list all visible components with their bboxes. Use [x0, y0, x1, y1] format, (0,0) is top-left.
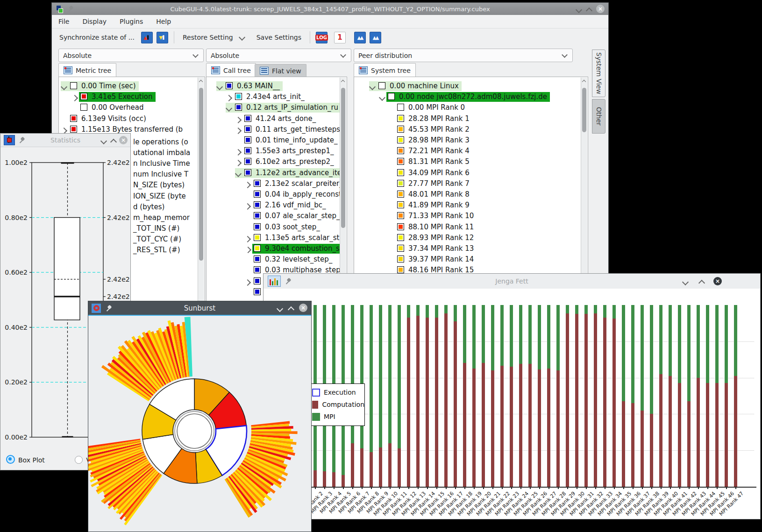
- system-value-mode-combo[interactable]: Peer distribution: [354, 49, 573, 62]
- sunburst-title-bar[interactable]: Sunburst ×: [88, 301, 311, 316]
- maximize-button[interactable]: [288, 306, 294, 313]
- scroll-up-icon[interactable]: [199, 80, 203, 84]
- tree-row-content[interactable]: 41.89 MPI Rank 9: [388, 200, 472, 210]
- expander-closed-icon[interactable]: [244, 203, 251, 210]
- statistics-title-bar[interactable]: Statistics ×: [0, 134, 130, 147]
- menu-display[interactable]: Display: [76, 18, 113, 25]
- jenga-title-bar[interactable]: Jenga Fett ×: [263, 274, 760, 289]
- minimize-button[interactable]: [682, 279, 689, 285]
- expander-closed-icon[interactable]: [244, 236, 251, 242]
- tree-row-fragment[interactable]: _TOT_CYC (#): [133, 235, 181, 246]
- expander-open-icon[interactable]: [61, 84, 67, 90]
- scrollbar-thumb[interactable]: [199, 88, 203, 261]
- tree-row[interactable]: 28.98 MPI Rank 3: [354, 135, 588, 146]
- tree-row-content[interactable]: 2.16 vdf_mid_bc_: [244, 200, 328, 210]
- tree-row-content[interactable]: 3.41e5 Execution: [79, 92, 156, 102]
- tree-row[interactable]: 2.13e2 scalar_preiter_: [207, 179, 347, 190]
- synchronize-button[interactable]: Synchronize state of ...: [55, 34, 139, 41]
- bookmark-one-icon[interactable]: 1: [334, 32, 346, 43]
- tree-row-content[interactable]: 0.11 arts_get_timesteps: [235, 125, 343, 135]
- close-button[interactable]: ×: [299, 304, 307, 312]
- tree-row[interactable]: 0.63 MAIN__: [207, 81, 347, 92]
- tree-row-content[interactable]: 0.12 arts_IP_simulation_ru: [226, 103, 341, 113]
- tree-row-content[interactable]: 0.03 soot_step_: [244, 222, 323, 232]
- tree-row-fragment[interactable]: utational imbala: [133, 149, 190, 159]
- scrollbar-thumb[interactable]: [341, 88, 345, 228]
- tab-other[interactable]: Other: [592, 99, 605, 134]
- tree-row-content[interactable]: 45.53 MPI Rank 2: [388, 125, 472, 135]
- tree-row-content[interactable]: 88.10 MPI Rank 11: [388, 222, 477, 232]
- tree-row-content[interactable]: 37.34 MPI Rank 13: [388, 244, 477, 254]
- expand-subtree-icon[interactable]: ▲▲: [354, 32, 366, 43]
- tree-row-fragment[interactable]: N_SIZE (bytes): [133, 181, 185, 192]
- tree-row[interactable]: 0.03 soot_step_: [207, 222, 347, 233]
- main-title-bar[interactable]: CubeGUI-4.5.0latest-trunk: scorep_JUWELS…: [52, 3, 608, 15]
- restore-setting-button[interactable]: Restore Setting: [178, 34, 238, 41]
- tree-row[interactable]: 28.28 MPI Rank 1: [354, 114, 588, 125]
- tree-row-content[interactable]: 71.33 MPI Rank 10: [388, 211, 477, 221]
- tree-row-content[interactable]: 0.00 MPI Rank 0: [388, 103, 468, 113]
- expand-all-icon[interactable]: ▲▲: [370, 32, 381, 43]
- tree-row[interactable]: 0.00 node jwc08n272.adm08.juwels.fzj.de: [354, 92, 588, 103]
- minimize-button[interactable]: [100, 138, 107, 144]
- tree-row-content[interactable]: 81.31 MPI Rank 5: [388, 157, 472, 167]
- tree-row[interactable]: 0.00 machine Linux: [354, 81, 588, 92]
- tree-row[interactable]: 27.77 MPI Rank 7: [354, 179, 588, 190]
- expander-open-icon[interactable]: [369, 84, 376, 90]
- restore-setting-dropdown-icon[interactable]: [239, 34, 245, 41]
- tree-row[interactable]: 6.13e9 Visits (occ): [59, 114, 205, 125]
- tree-row-content[interactable]: 6.10e2 arts_prestep2_: [235, 157, 337, 167]
- tab-metric-tree[interactable]: Metric tree: [58, 63, 116, 77]
- sync-receive-icon[interactable]: ▼▌: [157, 32, 168, 43]
- pin-icon[interactable]: [106, 305, 112, 312]
- menu-file[interactable]: File: [52, 18, 76, 25]
- box-plot-radio[interactable]: [6, 455, 15, 464]
- tree-row[interactable]: 6.10e2 arts_prestep2_: [207, 157, 347, 168]
- pin-icon[interactable]: [19, 137, 25, 143]
- tree-row-content[interactable]: 6.13e9 Visits (occ): [61, 114, 149, 124]
- tree-row-content[interactable]: 9.30e4 combustion_st: [252, 244, 345, 254]
- tree-row-content[interactable]: 0.00 node jwc08n272.adm08.juwels.fzj.de: [386, 92, 550, 102]
- tree-row[interactable]: 45.53 MPI Rank 2: [354, 125, 588, 135]
- scrollbar-thumb[interactable]: [582, 88, 586, 132]
- close-button[interactable]: ×: [596, 5, 605, 13]
- minimize-button[interactable]: [576, 7, 582, 13]
- expander-open-icon[interactable]: [226, 105, 232, 112]
- tree-row-content[interactable]: 39.37 MPI Rank 14: [388, 255, 477, 264]
- close-button[interactable]: ×: [713, 277, 722, 285]
- tree-row[interactable]: 1.55e3 arts_prestep1_: [207, 146, 347, 157]
- sync-send-icon[interactable]: ▲▌: [141, 32, 153, 43]
- tree-row-fragment[interactable]: _RES_STL (#): [133, 246, 180, 256]
- tree-row[interactable]: 1.13e5 arts_scalar_ste: [207, 233, 347, 244]
- expander-closed-icon[interactable]: [235, 128, 242, 134]
- close-button[interactable]: ×: [119, 136, 128, 144]
- expander-closed-icon[interactable]: [244, 279, 251, 286]
- expander-closed-icon[interactable]: [245, 247, 251, 253]
- expander-open-icon[interactable]: [216, 84, 223, 90]
- scroll-up-icon[interactable]: [582, 80, 586, 84]
- tree-row[interactable]: 2.16 vdf_mid_bc_: [207, 200, 347, 211]
- tree-row[interactable]: 81.31 MPI Rank 5: [354, 157, 588, 168]
- expander-closed-icon[interactable]: [235, 160, 242, 166]
- tree-row[interactable]: 0.01 time_info_update_: [207, 135, 347, 146]
- tree-row-content[interactable]: 0.00 Overhead: [71, 103, 146, 113]
- tree-row[interactable]: 0.12 arts_IP_simulation_ru: [207, 103, 347, 113]
- tree-row[interactable]: 41.89 MPI Rank 9: [354, 200, 588, 211]
- tree-row-content[interactable]: 72.21 MPI Rank 4: [388, 146, 472, 156]
- tab-system-view[interactable]: System View: [592, 50, 605, 97]
- tree-row[interactable]: 39.37 MPI Rank 14: [354, 255, 588, 265]
- menu-plugins[interactable]: Plugins: [113, 18, 150, 25]
- menu-help[interactable]: Help: [150, 18, 178, 25]
- call-value-mode-combo[interactable]: Absolute: [206, 49, 351, 62]
- tree-row[interactable]: 88.10 MPI Rank 11: [354, 222, 588, 233]
- tree-row-content[interactable]: 0.32 levelset_step_: [244, 255, 335, 264]
- expander-closed-icon[interactable]: [226, 95, 232, 101]
- tree-row-fragment[interactable]: m_heap_memor: [133, 213, 190, 224]
- tree-row-content[interactable]: 28.93 MPI Rank 12: [388, 233, 477, 243]
- tree-row-content[interactable]: 2.13e2 scalar_preiter_: [244, 179, 346, 189]
- tree-row[interactable]: 0.00 Overhead: [59, 103, 205, 113]
- tree-row-fragment[interactable]: _TOT_INS (#): [133, 224, 179, 235]
- tree-row[interactable]: 71.33 MPI Rank 10: [354, 211, 588, 222]
- tree-row[interactable]: 72.21 MPI Rank 4: [354, 146, 588, 157]
- tree-row-content[interactable]: 1.55e3 arts_prestep1_: [235, 146, 337, 156]
